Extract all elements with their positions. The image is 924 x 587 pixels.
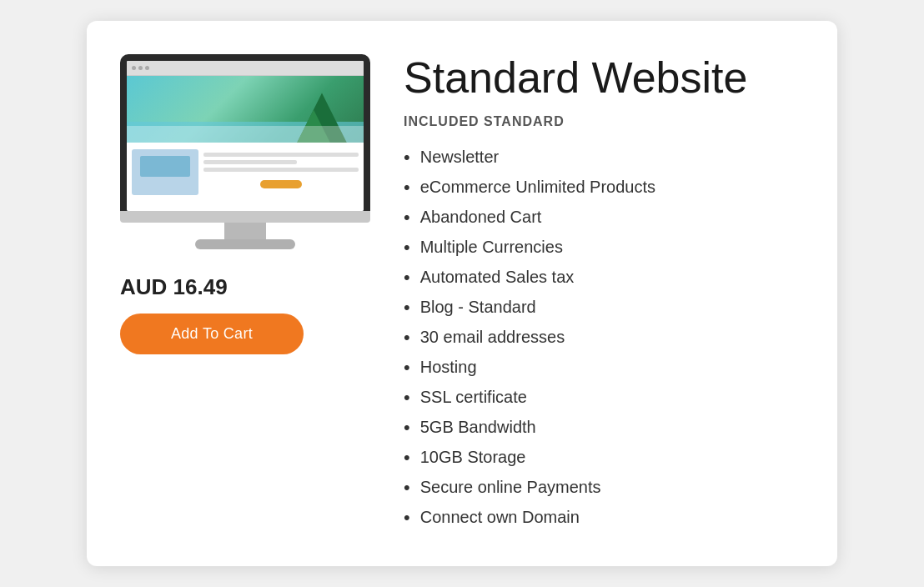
monitor-base	[195, 239, 295, 249]
feature-item: Connect own Domain	[404, 503, 804, 533]
fake-line-2	[203, 160, 297, 164]
feature-item: Hosting	[404, 353, 804, 383]
fake-line-3	[203, 168, 359, 172]
product-image	[120, 54, 370, 249]
product-title: Standard Website	[404, 54, 804, 102]
feature-item: 5GB Bandwidth	[404, 413, 804, 443]
features-list: NewslettereCommerce Unlimited ProductsAb…	[404, 143, 804, 533]
fake-website	[127, 61, 364, 211]
fake-text-block	[203, 149, 359, 195]
feature-item: Blog - Standard	[404, 293, 804, 323]
feature-item: Automated Sales tax	[404, 263, 804, 293]
fake-dot-2	[138, 66, 143, 70]
feature-item: 30 email addresses	[404, 323, 804, 353]
monitor-bottom-bezel	[120, 211, 370, 223]
fake-browser-bar	[127, 61, 364, 76]
monitor-screen-outer	[120, 54, 370, 211]
feature-item: SSL certificate	[404, 383, 804, 413]
fake-mini-btn	[260, 180, 302, 188]
fake-line-1	[203, 153, 359, 157]
feature-item: Multiple Currencies	[404, 233, 804, 263]
fake-content	[127, 143, 364, 198]
product-card: AUD 16.49 Add To Cart Standard Website I…	[87, 21, 837, 565]
monitor-illustration	[120, 54, 370, 249]
feature-item: Newsletter	[404, 143, 804, 173]
monitor-screen-inner	[127, 61, 364, 211]
feature-item: Secure online Payments	[404, 473, 804, 503]
fake-hero-image	[127, 76, 364, 143]
fake-thumbnail	[132, 149, 198, 195]
fake-tree-1	[297, 93, 347, 143]
feature-item: eCommerce Unlimited Products	[404, 173, 804, 203]
right-column: Standard Website INCLUDED STANDARD Newsl…	[404, 54, 804, 532]
fake-dot-1	[132, 66, 136, 70]
monitor-neck	[224, 223, 266, 239]
fake-btn-area	[203, 180, 359, 188]
feature-item: Abandoned Cart	[404, 203, 804, 233]
fake-dot-3	[145, 66, 149, 70]
product-price: AUD 16.49	[120, 274, 228, 300]
left-column: AUD 16.49 Add To Cart	[120, 54, 370, 532]
add-to-cart-button[interactable]: Add To Cart	[120, 314, 304, 354]
feature-item: 10GB Storage	[404, 443, 804, 473]
included-label: INCLUDED STANDARD	[404, 114, 804, 129]
